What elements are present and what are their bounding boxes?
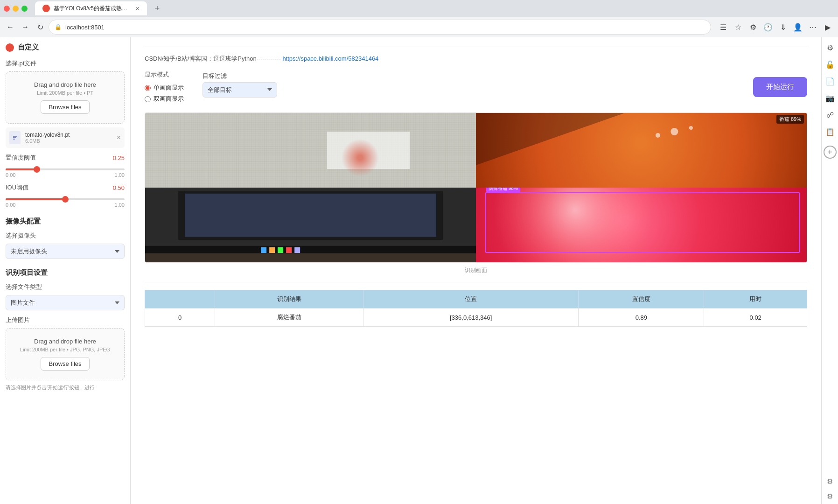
- right-icon-5[interactable]: ☍: [824, 108, 837, 121]
- radio-single[interactable]: [145, 85, 151, 91]
- confidence-slider-section: 置信度阈值 0.25 0.00 1.00: [6, 154, 125, 178]
- tab-close-btn[interactable]: ×: [136, 5, 140, 12]
- file-icon: [9, 131, 21, 144]
- image-drag-text: Drag and drop file here: [14, 338, 117, 345]
- right-icon-add[interactable]: +: [824, 146, 837, 159]
- table-row: 0 腐烂番茄 [336,0,613,346] 0.89 0.02: [145, 308, 807, 327]
- right-icon-2[interactable]: 🔓: [824, 58, 837, 71]
- pt-drag-text: Drag and drop file here: [14, 81, 117, 88]
- target-filter-section: 目标过滤 全部目标: [203, 72, 277, 102]
- tab-title: 基于YOLOv8/v5的番茄成熟度识...: [54, 5, 132, 13]
- history-btn[interactable]: 🕐: [761, 21, 775, 34]
- table-header-row: 识别结果 位置 置信度 用时: [145, 290, 807, 308]
- right-icon-1[interactable]: ⚙: [824, 41, 837, 54]
- radio-single-text: 单画面显示: [154, 84, 184, 92]
- right-icon-4[interactable]: 📷: [824, 91, 837, 105]
- bottom-divider: [145, 282, 807, 282]
- recognition-title: 识别项目设置: [6, 268, 125, 277]
- image-upload-area[interactable]: Drag and drop file here Limit 200MB per …: [6, 328, 125, 380]
- cell-index: 0: [145, 308, 215, 327]
- radio-double-text: 双画面显示: [154, 95, 184, 103]
- right-icon-6[interactable]: 📋: [824, 125, 837, 138]
- col-header-position: 位置: [363, 290, 579, 308]
- info-link[interactable]: https://space.bilibili.com/582341464: [282, 55, 378, 62]
- image-cell-bottom-left: [145, 188, 476, 262]
- pt-file-label: 选择.pt文件: [6, 59, 125, 68]
- display-mode-label: 显示模式: [145, 70, 184, 79]
- back-btn[interactable]: ←: [4, 21, 17, 34]
- iou-value: 0.50: [113, 184, 125, 191]
- refresh-btn[interactable]: ↻: [34, 21, 47, 34]
- col-header-result: 识别结果: [215, 290, 363, 308]
- browser-tab[interactable]: 基于YOLOv8/v5的番茄成熟度识... ×: [35, 1, 147, 15]
- image-browse-btn[interactable]: Browse files: [41, 357, 89, 371]
- radio-double-label[interactable]: 双画面显示: [145, 95, 184, 103]
- info-text: CSDN/知乎/B站/博客园：逗逗班学Python------------ ht…: [145, 55, 807, 63]
- lock-icon: 🔒: [55, 24, 62, 30]
- confidence-min: 0.00: [6, 172, 15, 178]
- confidence-label: 置信度阈值: [6, 154, 36, 162]
- pt-file-item: tomato-yolov8n.pt 6.0MB ×: [6, 127, 125, 148]
- account-btn[interactable]: 👤: [791, 21, 804, 34]
- new-tab-btn[interactable]: +: [151, 2, 164, 15]
- url-text: localhost:8501: [65, 24, 105, 31]
- main-content: CSDN/知乎/B站/博客园：逗逗班学Python------------ ht…: [131, 37, 821, 504]
- file-type-label: 选择文件类型: [6, 283, 125, 291]
- bottom-gear-icon-1[interactable]: ⚙: [824, 476, 836, 487]
- cell-confidence: 0.89: [579, 308, 704, 327]
- cell-position: [336,0,613,346]: [363, 308, 579, 327]
- sidebar-title: 自定义: [18, 43, 39, 52]
- image-grid: 番茄 89% 新鲜番茄 98%: [145, 113, 807, 262]
- file-info: tomato-yolov8n.pt 6.0MB: [25, 132, 112, 144]
- right-icon-3[interactable]: 📄: [824, 75, 837, 88]
- iou-max: 1.00: [115, 202, 125, 208]
- reader-mode-btn[interactable]: ☰: [717, 21, 730, 34]
- image-display-area: 番茄 89% 新鲜番茄 98%: [145, 112, 807, 263]
- file-size: 6.0MB: [25, 138, 112, 144]
- bottom-gear-icon-2[interactable]: ⚙: [824, 491, 836, 502]
- confidence-value: 0.25: [113, 154, 125, 161]
- radio-single-label[interactable]: 单画面显示: [145, 84, 184, 92]
- iou-label: IOU阈值: [6, 183, 28, 192]
- sidebar-toggle-btn[interactable]: ▶: [821, 21, 834, 34]
- confidence-slider[interactable]: [6, 168, 125, 170]
- top-divider: [145, 47, 807, 47]
- cell-time: 0.02: [704, 308, 807, 327]
- more-btn[interactable]: ⋯: [806, 21, 819, 34]
- extensions-btn[interactable]: ⚙: [747, 21, 760, 34]
- address-bar[interactable]: 🔒 localhost:8501: [49, 20, 711, 35]
- upload-image-label: 上传图片: [6, 316, 125, 324]
- file-name: tomato-yolov8n.pt: [25, 132, 112, 138]
- detection-box-label: 新鲜番茄 98%: [486, 188, 520, 192]
- pt-upload-area[interactable]: Drag and drop file here Limit 200MB per …: [6, 71, 125, 124]
- bookmark-btn[interactable]: ☆: [732, 21, 745, 34]
- col-header-time: 用时: [704, 290, 807, 308]
- col-header-index: [145, 290, 215, 308]
- sidebar: 自定义 选择.pt文件 Drag and drop file here Limi…: [0, 37, 131, 504]
- pt-browse-btn[interactable]: Browse files: [41, 100, 89, 114]
- target-filter-select[interactable]: 全部目标: [203, 82, 277, 98]
- iou-slider[interactable]: [6, 198, 125, 200]
- start-btn[interactable]: 开始运行: [753, 77, 807, 97]
- image-cell-bottom-right: 新鲜番茄 98%: [476, 188, 807, 262]
- forward-btn[interactable]: →: [19, 21, 32, 34]
- detection-label-top-right: 番茄 89%: [776, 115, 804, 124]
- iou-min: 0.00: [6, 202, 15, 208]
- file-remove-btn[interactable]: ×: [117, 133, 121, 142]
- camera-select[interactable]: 未启用摄像头: [6, 244, 125, 259]
- info-prefix: CSDN/知乎/B站/博客园：逗逗班学Python------------: [145, 55, 281, 62]
- image-cell-top-right: 番茄 89%: [476, 113, 807, 188]
- radio-double[interactable]: [145, 96, 151, 102]
- pt-limit-text: Limit 200MB per file • PT: [14, 90, 117, 96]
- right-panel: ⚙ 🔓 📄 📷 ☍ 📋 + ⚙ ⚙: [821, 37, 838, 504]
- camera-title: 摄像头配置: [6, 217, 125, 226]
- controls-row: 显示模式 单画面显示 双画面显示 目标过滤 全部目标: [145, 70, 807, 103]
- downloads-btn[interactable]: ⇓: [776, 21, 789, 34]
- file-type-select[interactable]: 图片文件: [6, 295, 125, 310]
- detection-box: 新鲜番茄 98%: [485, 192, 800, 253]
- sidebar-dot: [6, 43, 14, 52]
- bottom-hint: 请选择图片并点击'开始运行'按钮，进行: [6, 384, 125, 391]
- cell-result: 腐烂番茄: [215, 308, 363, 327]
- camera-label: 选择摄像头: [6, 231, 125, 240]
- results-table: 识别结果 位置 置信度 用时 0 腐烂番茄 [336,0,613,346] 0.…: [145, 290, 807, 327]
